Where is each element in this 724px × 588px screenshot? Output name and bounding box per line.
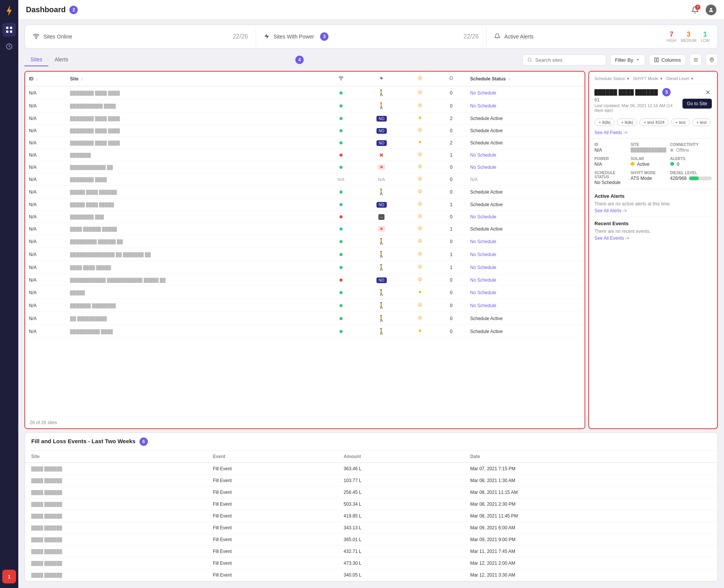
list-item[interactable]: ████ ██████ Fill Event 363.46 L Mar 07, … bbox=[25, 463, 717, 475]
table-row[interactable]: N/A ████████ ████ ████ NO 0 Schedule Act… bbox=[25, 125, 585, 137]
fill-cell-site: ████ ██████ bbox=[25, 475, 207, 487]
svg-line-126 bbox=[418, 239, 418, 239]
stat-sites-with-power: Sites With Power 3 22/26 bbox=[256, 27, 487, 46]
filter-button[interactable]: Filter By bbox=[610, 54, 645, 66]
table-row[interactable]: N/A █████████ ██████ ██ 🚶 0 No Schedule bbox=[25, 235, 585, 248]
app-logo bbox=[3, 5, 15, 17]
map-view-button[interactable] bbox=[706, 54, 718, 66]
table-row[interactable]: N/A ████ ████ █████ 🚶 1 No Schedule bbox=[25, 261, 585, 274]
toolbar: Sites Alerts 4 Filter By bbox=[24, 52, 718, 68]
list-item[interactable]: ████ ██████ Fill Event 343.13 L Mar 09, … bbox=[25, 522, 717, 534]
fill-col-date: Date bbox=[464, 451, 717, 463]
col-alerts[interactable] bbox=[436, 72, 466, 86]
svg-line-166 bbox=[421, 306, 422, 307]
tab-sites[interactable]: Sites bbox=[24, 53, 48, 66]
table-row[interactable]: N/A ████████ ████ ████ NO 2 Schedule Act… bbox=[25, 112, 585, 125]
panel-tag[interactable]: + test 4324 bbox=[639, 119, 669, 126]
table-row[interactable]: N/A ██████████ ████ 🚶 0 Schedule Active bbox=[25, 325, 585, 338]
user-avatar[interactable] bbox=[706, 5, 716, 15]
cell-solar bbox=[404, 274, 436, 286]
col-power[interactable] bbox=[359, 72, 404, 86]
list-item[interactable]: ████ ██████ Fill Event 432.71 L Mar 11, … bbox=[25, 546, 717, 558]
see-all-events-link[interactable]: See All Events -> bbox=[594, 236, 712, 241]
table-row[interactable]: N/A ███████████████ ██ ███████ ██ 🚶 1 No… bbox=[25, 248, 585, 261]
table-row[interactable]: N/A ████████ ████ ████ NO 2 Schedule Act… bbox=[25, 137, 585, 149]
cell-alerts: 0 bbox=[436, 325, 466, 338]
fill-cell-site: ████ ██████ bbox=[25, 558, 207, 569]
table-row[interactable]: N/A ████████████ ██ ✖ 0 No Schedule bbox=[25, 161, 585, 173]
table-row[interactable]: N/A ████████ ████ ████ 🚶 0 No Schedule bbox=[25, 86, 585, 99]
table-row[interactable]: N/A ████████ ████ N/A N/A 0 N/A bbox=[25, 173, 585, 186]
list-item[interactable]: ████ ██████ Fill Event 419.85 L Mar 08, … bbox=[25, 510, 717, 522]
list-item[interactable]: ████ ██████ Fill Event 365.01 L Mar 09, … bbox=[25, 534, 717, 546]
tab-alerts[interactable]: Alerts bbox=[48, 53, 74, 66]
table-row[interactable]: N/A ███████████ ████ 🚶 0 No Schedule bbox=[25, 99, 585, 112]
cell-conn bbox=[323, 137, 359, 149]
cell-power: 🚶 bbox=[359, 261, 404, 274]
table-row[interactable]: N/A ████ ██████ █████ ✖ 1 Schedule Activ… bbox=[25, 223, 585, 235]
fill-cell-date: Mar 12, 2021 2:00 AM bbox=[464, 558, 717, 569]
cell-schedule: No Schedule bbox=[466, 299, 585, 312]
svg-rect-3 bbox=[6, 30, 8, 33]
fill-cell-amount: 419.85 L bbox=[338, 510, 464, 522]
col-schedule[interactable]: Schedule Status ↕ bbox=[466, 72, 585, 86]
search-input[interactable] bbox=[535, 57, 601, 63]
fill-cell-site: ████ ██████ bbox=[25, 534, 207, 546]
list-item[interactable]: ████ ██████ Fill Event 340.05 L Mar 12, … bbox=[25, 569, 717, 581]
columns-button[interactable]: Columns bbox=[649, 54, 686, 66]
cell-site: ██████████ ████ bbox=[66, 325, 323, 338]
table-row[interactable]: N/A ██ ██████████ 🚶 0 Schedule Active bbox=[25, 312, 585, 325]
cell-power: ✖ bbox=[359, 149, 404, 161]
fill-cell-site: ████ ██████ bbox=[25, 569, 207, 581]
col-connectivity[interactable] bbox=[323, 72, 359, 86]
list-view-button[interactable] bbox=[690, 54, 702, 66]
cell-alerts: 1 bbox=[436, 199, 466, 211]
panel-site-info: ██████ ████ ██████ 5 61 Last Updated: Ma… bbox=[589, 84, 717, 115]
col-id[interactable]: ID ↓ bbox=[25, 72, 66, 86]
panel-tag[interactable]: + test bbox=[692, 119, 711, 126]
see-all-fields-link[interactable]: See All Fields -> bbox=[589, 129, 717, 138]
list-item[interactable]: ████ ██████ Fill Event 473.30 L Mar 12, … bbox=[25, 558, 717, 569]
svg-point-114 bbox=[419, 227, 421, 229]
fill-cell-amount: 503.34 L bbox=[338, 498, 464, 510]
search-box[interactable] bbox=[522, 54, 606, 66]
panel-tag[interactable]: + test bbox=[671, 119, 690, 126]
cell-solar bbox=[404, 261, 436, 274]
cell-schedule: Schedule Active bbox=[466, 223, 585, 235]
table-row[interactable]: N/A ████████ ███ – 0 No Schedule bbox=[25, 211, 585, 223]
fill-cell-amount: 103.77 L bbox=[338, 475, 464, 487]
table-row[interactable]: N/A ███████ ████████ 🚶 0 No Schedule bbox=[25, 299, 585, 312]
cell-schedule: No Schedule bbox=[466, 235, 585, 248]
see-all-alerts-link[interactable]: See All Alerts -> bbox=[594, 208, 712, 213]
cell-site: ████████████ ██ bbox=[66, 161, 323, 173]
table-row[interactable]: N/A █████ ████ ██████ 🚶 0 Schedule Activ… bbox=[25, 186, 585, 199]
fill-cell-date: Mar 11, 2021 7:45 AM bbox=[464, 546, 717, 558]
sidebar-item-badge-1[interactable]: 1 bbox=[2, 570, 16, 583]
fill-cell-event: Fill Event bbox=[207, 522, 338, 534]
notification-button[interactable]: 7 bbox=[689, 4, 701, 16]
go-to-site-button[interactable]: Go to Site bbox=[682, 99, 712, 109]
table-scroll[interactable]: ID ↓ Site ↕ bbox=[25, 72, 585, 417]
table-row[interactable]: N/A ████████████ ████████████ █████ ██ N… bbox=[25, 274, 585, 286]
panel-close-button[interactable]: ✕ bbox=[703, 88, 712, 96]
cell-alerts: 0 bbox=[436, 299, 466, 312]
cell-conn bbox=[323, 299, 359, 312]
table-row[interactable]: N/A ███████ ✖ 1 No Schedule bbox=[25, 149, 585, 161]
table-row[interactable]: N/A █████ ████ █████ NO 1 Schedule Activ… bbox=[25, 199, 585, 211]
cell-solar bbox=[404, 248, 436, 261]
table-row[interactable]: N/A █████ 🚶 0 No Schedule bbox=[25, 286, 585, 299]
list-item[interactable]: ████ ██████ Fill Event 503.34 L Mar 08, … bbox=[25, 498, 717, 510]
cell-power: NO bbox=[359, 274, 404, 286]
sidebar-item-grid[interactable] bbox=[2, 23, 16, 37]
diesel-track bbox=[689, 176, 712, 180]
sidebar-item-clock[interactable] bbox=[2, 40, 16, 53]
cell-id: N/A bbox=[25, 299, 66, 312]
list-item[interactable]: ████ ██████ Fill Event 103.77 L Mar 08, … bbox=[25, 475, 717, 487]
list-item[interactable]: ████ ██████ Fill Event 256.45 L Mar 08, … bbox=[25, 487, 717, 498]
panel-tag[interactable]: + lk|lk| bbox=[617, 119, 637, 126]
svg-point-60 bbox=[419, 153, 421, 155]
panel-tag[interactable]: + lk|lk| bbox=[594, 119, 615, 126]
alerts-high: 7 HIGH bbox=[667, 30, 676, 43]
col-solar[interactable] bbox=[404, 72, 436, 86]
col-site[interactable]: Site ↕ bbox=[66, 72, 323, 86]
